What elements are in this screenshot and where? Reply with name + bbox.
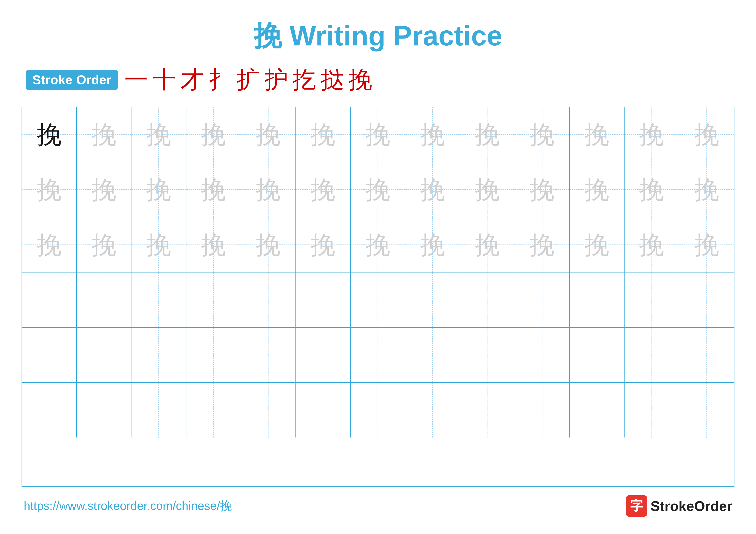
cell-character: 挽 <box>530 398 554 423</box>
grid-cell-4-8[interactable]: 挽 <box>460 328 515 382</box>
grid-cell-4-0[interactable]: 挽 <box>22 328 77 382</box>
cell-character: 挽 <box>310 288 335 312</box>
grid-cell-2-7[interactable]: 挽 <box>405 217 460 272</box>
grid-row-0: 挽挽挽挽挽挽挽挽挽挽挽挽挽 <box>22 107 734 162</box>
grid-cell-5-7[interactable]: 挽 <box>405 383 460 438</box>
grid-cell-5-4[interactable]: 挽 <box>241 383 296 438</box>
grid-cell-0-7[interactable]: 挽 <box>405 107 460 162</box>
grid-cell-3-9[interactable]: 挽 <box>515 272 570 327</box>
cell-character: 挽 <box>256 288 281 312</box>
grid-cell-0-8[interactable]: 挽 <box>460 107 515 162</box>
grid-cell-1-2[interactable]: 挽 <box>131 162 186 217</box>
cell-character: 挽 <box>639 288 664 312</box>
grid-cell-5-12[interactable]: 挽 <box>679 383 734 438</box>
grid-cell-2-1[interactable]: 挽 <box>77 217 131 272</box>
stroke-3: 才 <box>180 64 204 96</box>
grid-cell-0-9[interactable]: 挽 <box>515 107 570 162</box>
grid-cell-1-10[interactable]: 挽 <box>570 162 625 217</box>
grid-cell-3-10[interactable]: 挽 <box>570 272 625 327</box>
grid-cell-5-5[interactable]: 挽 <box>296 383 351 438</box>
cell-character: 挽 <box>420 343 445 368</box>
grid-cell-2-8[interactable]: 挽 <box>460 217 515 272</box>
grid-cell-3-2[interactable]: 挽 <box>131 272 186 327</box>
logo-char: 字 <box>630 497 643 515</box>
grid-cell-1-8[interactable]: 挽 <box>460 162 515 217</box>
grid-cell-0-12[interactable]: 挽 <box>679 107 734 162</box>
stroke-9: 挽 <box>348 64 372 96</box>
grid-cell-3-4[interactable]: 挽 <box>241 272 296 327</box>
grid-cell-0-11[interactable]: 挽 <box>625 107 679 162</box>
grid-cell-4-10[interactable]: 挽 <box>570 328 625 382</box>
cell-character: 挽 <box>475 232 500 257</box>
grid-cell-3-11[interactable]: 挽 <box>625 272 679 327</box>
cell-character: 挽 <box>639 343 664 368</box>
grid-row-1: 挽挽挽挽挽挽挽挽挽挽挽挽挽 <box>22 162 734 217</box>
grid-cell-5-3[interactable]: 挽 <box>186 383 241 438</box>
grid-cell-5-8[interactable]: 挽 <box>460 383 515 438</box>
cell-character: 挽 <box>201 343 226 368</box>
grid-cell-1-0[interactable]: 挽 <box>22 162 77 217</box>
grid-cell-3-6[interactable]: 挽 <box>351 272 405 327</box>
grid-cell-1-5[interactable]: 挽 <box>296 162 351 217</box>
grid-cell-5-1[interactable]: 挽 <box>77 383 131 438</box>
cell-character: 挽 <box>201 288 226 312</box>
grid-cell-5-11[interactable]: 挽 <box>625 383 679 438</box>
grid-cell-1-4[interactable]: 挽 <box>241 162 296 217</box>
grid-cell-5-9[interactable]: 挽 <box>515 383 570 438</box>
grid-cell-3-8[interactable]: 挽 <box>460 272 515 327</box>
grid-cell-2-4[interactable]: 挽 <box>241 217 296 272</box>
grid-cell-4-7[interactable]: 挽 <box>405 328 460 382</box>
grid-cell-3-1[interactable]: 挽 <box>77 272 131 327</box>
grid-cell-1-11[interactable]: 挽 <box>625 162 679 217</box>
grid-cell-2-9[interactable]: 挽 <box>515 217 570 272</box>
grid-cell-4-11[interactable]: 挽 <box>625 328 679 382</box>
grid-cell-1-9[interactable]: 挽 <box>515 162 570 217</box>
grid-cell-2-5[interactable]: 挽 <box>296 217 351 272</box>
grid-cell-2-3[interactable]: 挽 <box>186 217 241 272</box>
stroke-4: 扌 <box>208 64 232 96</box>
grid-cell-4-12[interactable]: 挽 <box>679 328 734 382</box>
grid-cell-1-7[interactable]: 挽 <box>405 162 460 217</box>
grid-cell-2-2[interactable]: 挽 <box>131 217 186 272</box>
grid-cell-3-7[interactable]: 挽 <box>405 272 460 327</box>
grid-cell-4-6[interactable]: 挽 <box>351 328 405 382</box>
grid-cell-3-12[interactable]: 挽 <box>679 272 734 327</box>
grid-cell-0-2[interactable]: 挽 <box>131 107 186 162</box>
cell-character: 挽 <box>694 177 719 202</box>
grid-cell-4-5[interactable]: 挽 <box>296 328 351 382</box>
cell-character: 挽 <box>310 398 335 423</box>
grid-cell-4-9[interactable]: 挽 <box>515 328 570 382</box>
cell-character: 挽 <box>146 232 171 257</box>
grid-cell-0-5[interactable]: 挽 <box>296 107 351 162</box>
grid-cell-2-10[interactable]: 挽 <box>570 217 625 272</box>
stroke-2: 十 <box>152 64 176 96</box>
grid-cell-5-2[interactable]: 挽 <box>131 383 186 438</box>
grid-cell-3-3[interactable]: 挽 <box>186 272 241 327</box>
grid-cell-2-11[interactable]: 挽 <box>625 217 679 272</box>
footer-logo: 字 StrokeOrder <box>626 495 732 517</box>
grid-cell-0-6[interactable]: 挽 <box>351 107 405 162</box>
page-title: 挽 Writing Practice <box>254 17 502 55</box>
grid-cell-0-10[interactable]: 挽 <box>570 107 625 162</box>
grid-cell-1-6[interactable]: 挽 <box>351 162 405 217</box>
cell-character: 挽 <box>37 398 62 423</box>
grid-cell-0-0[interactable]: 挽 <box>22 107 77 162</box>
grid-cell-0-3[interactable]: 挽 <box>186 107 241 162</box>
grid-cell-5-0[interactable]: 挽 <box>22 383 77 438</box>
grid-cell-3-0[interactable]: 挽 <box>22 272 77 327</box>
grid-cell-2-12[interactable]: 挽 <box>679 217 734 272</box>
grid-cell-1-3[interactable]: 挽 <box>186 162 241 217</box>
grid-cell-2-6[interactable]: 挽 <box>351 217 405 272</box>
grid-cell-5-6[interactable]: 挽 <box>351 383 405 438</box>
grid-cell-1-1[interactable]: 挽 <box>77 162 131 217</box>
grid-cell-4-4[interactable]: 挽 <box>241 328 296 382</box>
grid-cell-0-4[interactable]: 挽 <box>241 107 296 162</box>
grid-cell-0-1[interactable]: 挽 <box>77 107 131 162</box>
grid-cell-1-12[interactable]: 挽 <box>679 162 734 217</box>
grid-cell-3-5[interactable]: 挽 <box>296 272 351 327</box>
grid-cell-4-3[interactable]: 挽 <box>186 328 241 382</box>
grid-cell-2-0[interactable]: 挽 <box>22 217 77 272</box>
grid-cell-4-1[interactable]: 挽 <box>77 328 131 382</box>
grid-cell-5-10[interactable]: 挽 <box>570 383 625 438</box>
grid-cell-4-2[interactable]: 挽 <box>131 328 186 382</box>
